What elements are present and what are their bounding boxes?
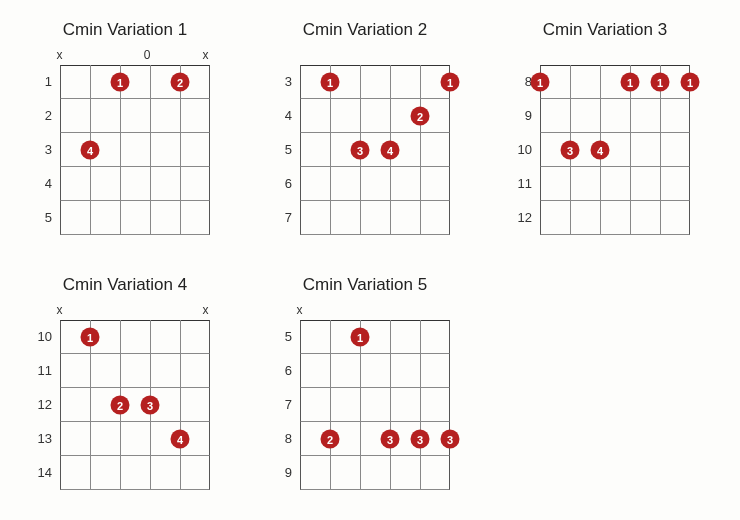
top-marker [431,303,460,318]
fretboard: 1234 [60,320,210,490]
finger-dot: 3 [561,141,580,160]
board-row: 12345124 [30,65,220,235]
top-marker [103,48,132,63]
fret-space [300,133,450,167]
fret-label: 11 [510,167,540,201]
fret-label: 9 [510,99,540,133]
fret-label: 11 [30,354,60,388]
fret-label: 10 [30,320,60,354]
finger-dot: 3 [351,141,370,160]
fretboard: 12333 [300,320,450,490]
top-marker [431,48,460,63]
string-line [420,65,421,235]
top-marker [671,48,700,63]
fret-space [300,201,450,235]
fret-label: 10 [510,133,540,167]
fretboard: 111134 [540,65,690,235]
fret-label: 1 [30,65,60,99]
fret-space [540,99,690,133]
fret-label: 3 [270,65,300,99]
fret-label: 5 [270,320,300,354]
top-marker [133,303,162,318]
fret-space [300,167,450,201]
fret-label: 13 [30,422,60,456]
top-marker [343,303,372,318]
top-marker: x [285,303,314,318]
fret-label: 6 [270,167,300,201]
finger-dot: 4 [171,430,190,449]
fret-space [60,167,210,201]
fret-space [540,167,690,201]
fret-space [60,388,210,422]
fret-space [60,201,210,235]
top-marker [314,48,343,63]
fret-label: 4 [270,99,300,133]
top-marker: x [191,303,220,318]
fret-label: 6 [270,354,300,388]
fret-label: 4 [30,167,60,201]
finger-dot: 3 [381,430,400,449]
top-marker [554,48,583,63]
fret-labels: 56789 [270,320,300,490]
fret-space [300,320,450,354]
finger-dot: 1 [531,73,550,92]
top-marker [583,48,612,63]
chord-title: Cmin Variation 5 [270,275,460,295]
fret-space [300,456,450,490]
fret-label: 14 [30,456,60,490]
top-marker [373,303,402,318]
top-marker [314,303,343,318]
board-row: 10111213141234 [30,320,220,490]
finger-dot: 2 [111,396,130,415]
fret-space [300,354,450,388]
finger-dot: 1 [651,73,670,92]
fret-label: 5 [270,133,300,167]
fret-space [60,354,210,388]
top-marker: x [191,48,220,63]
top-marker: 0 [133,48,162,63]
chord-title: Cmin Variation 1 [30,20,220,40]
top-marker: x [45,303,74,318]
fret-label: 12 [30,388,60,422]
chord-diagram: Cmin Variation 389101112111134 [510,20,700,235]
chord-title: Cmin Variation 2 [270,20,460,40]
top-markers-row [300,48,460,63]
fret-labels: 1011121314 [30,320,60,490]
finger-dot: 1 [321,73,340,92]
board-row: 89101112111134 [510,65,700,235]
string-line [150,65,151,235]
string-line [390,320,391,490]
board-row: 5678912333 [270,320,460,490]
finger-dot: 2 [411,107,430,126]
finger-dot: 3 [411,430,430,449]
top-markers-row: xx [60,303,220,318]
finger-dot: 1 [81,328,100,347]
fret-label: 8 [270,422,300,456]
fret-label: 7 [270,201,300,235]
string-line [420,320,421,490]
fret-label: 3 [30,133,60,167]
finger-dot: 4 [591,141,610,160]
top-marker [162,303,191,318]
chord-title: Cmin Variation 3 [510,20,700,40]
fret-labels: 34567 [270,65,300,235]
finger-dot: 1 [621,73,640,92]
fret-label: 2 [30,99,60,133]
finger-dot: 3 [141,396,160,415]
fret-label: 5 [30,201,60,235]
top-marker [162,48,191,63]
top-marker [402,303,431,318]
top-marker [642,48,671,63]
fret-space [540,201,690,235]
fretboard: 124 [60,65,210,235]
finger-dot: 2 [321,430,340,449]
top-marker [285,48,314,63]
fret-space [300,388,450,422]
fretboard: 11234 [300,65,450,235]
finger-dot: 4 [381,141,400,160]
chord-diagram: Cmin Variation 1x0x12345124 [30,20,220,235]
top-marker [613,48,642,63]
finger-dot: 3 [441,430,460,449]
finger-dot: 4 [81,141,100,160]
fret-label: 7 [270,388,300,422]
